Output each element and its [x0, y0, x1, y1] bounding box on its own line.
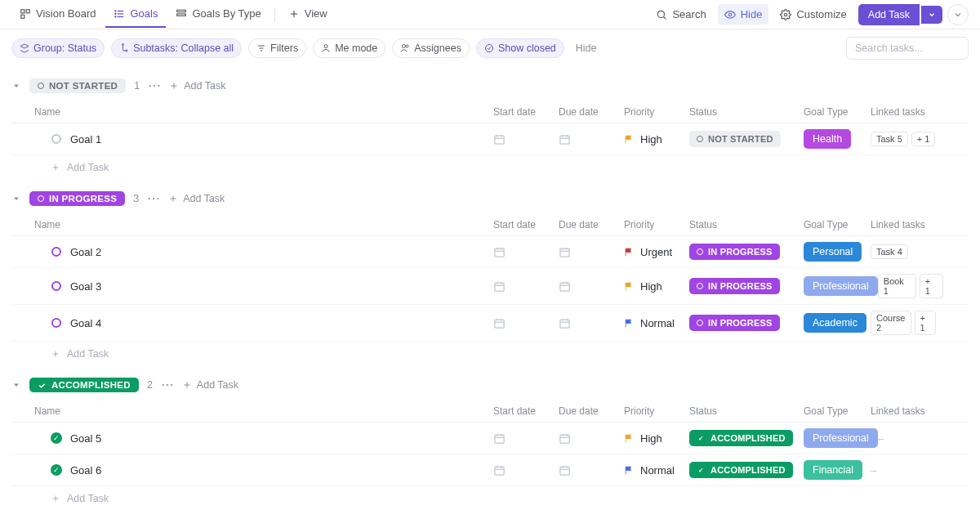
col-name-header[interactable]: Name	[34, 106, 493, 118]
priority-cell[interactable]: High	[624, 133, 689, 145]
group-status-pill[interactable]: ACCOMPLISHED	[29, 378, 139, 392]
col-start-header[interactable]: Start date	[493, 106, 559, 118]
view-tab-vision-board[interactable]: Vision Board	[11, 1, 104, 28]
priority-cell[interactable]: Normal	[624, 464, 689, 476]
group-add-task[interactable]: Add Task	[169, 80, 225, 92]
col-due-header[interactable]: Due date	[559, 106, 624, 118]
group-more-button[interactable]: ⋯	[147, 192, 160, 205]
status-badge[interactable]: NOT STARTED	[689, 131, 781, 147]
group-more-button[interactable]: ⋯	[148, 79, 161, 92]
goal-type-badge[interactable]: Personal	[804, 242, 862, 262]
calendar-icon[interactable]	[493, 432, 506, 445]
linked-chip[interactable]: Book 1	[878, 274, 916, 298]
calendar-icon[interactable]	[493, 133, 506, 145]
add-task-button[interactable]: Add Task	[858, 4, 920, 25]
collapse-toggle[interactable]	[11, 194, 21, 204]
subtasks-chip[interactable]: Subtasks: Collapse all	[111, 38, 242, 58]
col-status-header[interactable]: Status	[689, 219, 804, 230]
col-status-header[interactable]: Status	[689, 405, 804, 417]
task-row[interactable]: Goal 3 High IN PROGRESS Professional Boo…	[11, 268, 969, 305]
status-badge[interactable]: IN PROGRESS	[689, 315, 780, 331]
col-priority-header[interactable]: Priority	[624, 405, 689, 417]
priority-cell[interactable]: High	[624, 432, 689, 445]
linked-chip[interactable]: + 1	[915, 311, 936, 335]
task-row[interactable]: Goal 2 Urgent IN PROGRESS Personal Task …	[11, 236, 969, 268]
group-add-task[interactable]: Add Task	[182, 379, 238, 391]
collapse-toggle[interactable]	[11, 380, 21, 390]
group-chip[interactable]: Group: Status	[11, 38, 105, 58]
search-button[interactable]: Search	[649, 4, 712, 25]
col-type-header[interactable]: Goal Type	[804, 405, 871, 417]
status-badge[interactable]: ✓ACCOMPLISHED	[689, 462, 793, 478]
col-due-header[interactable]: Due date	[559, 405, 624, 417]
linked-chip[interactable]: Task 5	[871, 132, 908, 146]
view-tab-goals[interactable]: Goals	[105, 1, 166, 28]
priority-cell[interactable]: High	[624, 280, 689, 293]
task-row[interactable]: Goal 4 Normal IN PROGRESS Academic Cours…	[11, 305, 969, 342]
status-check-icon[interactable]: ✓	[51, 432, 62, 444]
add-task-row[interactable]: Add Task	[11, 342, 969, 366]
col-linked-header[interactable]: Linked tasks	[871, 405, 936, 417]
collapse-toggle[interactable]	[11, 81, 21, 91]
view-tab-goals-by-type[interactable]: Goals By Type	[167, 1, 269, 28]
goal-type-badge[interactable]: Professional	[804, 428, 878, 448]
col-start-header[interactable]: Start date	[493, 405, 559, 417]
group-more-button[interactable]: ⋯	[161, 378, 174, 391]
col-name-header[interactable]: Name	[34, 219, 493, 230]
linked-chip[interactable]: + 1	[911, 132, 936, 146]
search-tasks-input[interactable]	[846, 37, 969, 60]
col-type-header[interactable]: Goal Type	[804, 106, 871, 118]
task-row[interactable]: ✓ Goal 6 Normal ✓ACCOMPLISHED Financial …	[11, 454, 969, 486]
col-linked-header[interactable]: Linked tasks	[871, 106, 936, 118]
col-priority-header[interactable]: Priority	[624, 106, 689, 118]
goal-type-badge[interactable]: Health	[804, 129, 851, 149]
customize-button[interactable]: Customize	[773, 4, 853, 25]
hide-button[interactable]: Hide	[718, 4, 769, 25]
group-status-pill[interactable]: IN PROGRESS	[29, 191, 125, 206]
col-start-header[interactable]: Start date	[493, 219, 559, 230]
calendar-icon[interactable]	[493, 317, 506, 329]
calendar-icon[interactable]	[493, 246, 506, 258]
group-status-pill[interactable]: NOT STARTED	[29, 78, 126, 93]
goal-type-badge[interactable]: Academic	[804, 313, 866, 333]
status-badge[interactable]: ✓ACCOMPLISHED	[689, 430, 793, 446]
calendar-icon[interactable]	[559, 432, 571, 445]
col-due-header[interactable]: Due date	[559, 219, 624, 230]
me-mode-chip[interactable]: Me mode	[313, 38, 385, 58]
status-badge[interactable]: IN PROGRESS	[689, 278, 780, 294]
calendar-icon[interactable]	[559, 246, 571, 258]
col-type-header[interactable]: Goal Type	[804, 219, 871, 230]
add-task-row[interactable]: Add Task	[11, 486, 969, 510]
calendar-icon[interactable]	[493, 464, 506, 476]
assignees-chip[interactable]: Assignees	[392, 38, 470, 58]
task-row[interactable]: ✓ Goal 5 High ✓ACCOMPLISHED Professional…	[11, 423, 969, 454]
priority-cell[interactable]: Urgent	[624, 246, 689, 258]
calendar-icon[interactable]	[493, 280, 506, 293]
status-badge[interactable]: IN PROGRESS	[689, 244, 780, 260]
linked-chip[interactable]: Task 4	[871, 244, 908, 259]
more-menu-button[interactable]	[947, 4, 969, 25]
calendar-icon[interactable]	[559, 280, 571, 293]
calendar-icon[interactable]	[559, 464, 571, 476]
status-ring-icon[interactable]	[51, 280, 62, 292]
filters-chip[interactable]: Filters	[248, 38, 306, 58]
goal-type-badge[interactable]: Financial	[804, 460, 862, 480]
col-status-header[interactable]: Status	[689, 106, 804, 118]
calendar-icon[interactable]	[559, 133, 571, 145]
group-add-task[interactable]: Add Task	[168, 193, 225, 204]
task-row[interactable]: Goal 1 High NOT STARTED Health Task 5+ 1	[11, 123, 969, 155]
status-check-icon[interactable]: ✓	[51, 464, 62, 476]
add-task-row[interactable]: Add Task	[11, 155, 969, 180]
linked-chip[interactable]: Course 2	[871, 311, 911, 335]
calendar-icon[interactable]	[559, 317, 571, 329]
priority-cell[interactable]: Normal	[624, 317, 689, 329]
hide-filters-link[interactable]: Hide	[576, 42, 597, 54]
add-task-dropdown[interactable]	[921, 6, 942, 24]
status-ring-icon[interactable]	[51, 133, 62, 145]
col-name-header[interactable]: Name	[34, 405, 493, 417]
goal-type-badge[interactable]: Professional	[804, 276, 878, 296]
status-ring-icon[interactable]	[51, 317, 62, 329]
col-priority-header[interactable]: Priority	[624, 219, 689, 230]
col-linked-header[interactable]: Linked tasks	[871, 219, 936, 230]
add-view-button[interactable]: View	[280, 1, 336, 28]
